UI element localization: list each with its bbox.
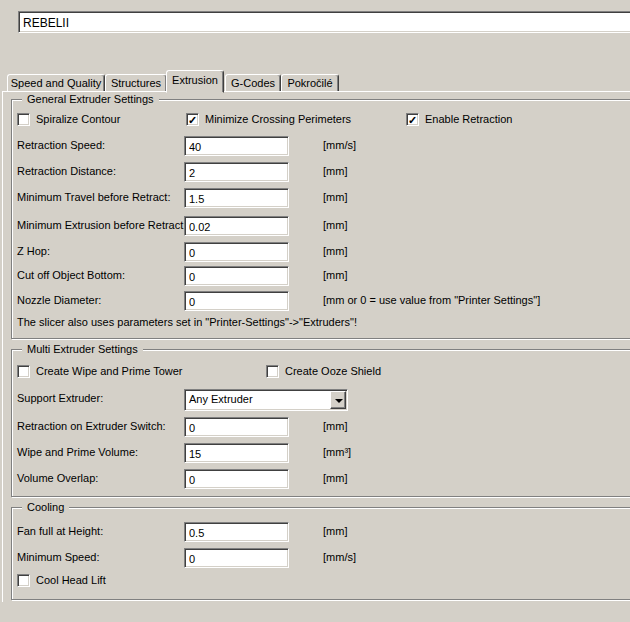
minimum-travel-before-retract-row: Minimum Travel before Retract: [mm] [12,188,630,208]
field-unit: [mm/s] [323,551,356,563]
support-extruder-select[interactable]: Any Extruder [184,389,348,411]
field-label: Retraction Speed: [17,139,187,151]
fan-full-at-height-row: Fan full at Height: [mm] [12,522,630,542]
checkbox-label: Spiralize Contour [36,113,120,125]
cut-off-object-bottom-row: Cut off Object Bottom: [mm] [12,266,630,286]
tab-g-codes[interactable]: G-Codes [225,74,281,92]
field-unit: [mm³] [323,446,351,458]
field-label: Retraction Distance: [17,165,187,177]
cool-head-lift-checkbox[interactable]: Cool Head Lift [17,573,106,587]
field-label: Minimum Travel before Retract: [17,191,187,203]
volume-overlap-row: Volume Overlap: [mm] [12,469,630,489]
wipe-and-prime-volume-input[interactable] [184,443,289,463]
tab-speed-and-quality[interactable]: Speed and Quality [7,74,105,92]
support-extruder-row: Support Extruder: Any Extruder [12,389,630,411]
create-wipe-and-prime-tower-checkbox[interactable]: Create Wipe and Prime Tower [17,364,183,378]
cooling-checkbox-row: Cool Head Lift [12,573,630,593]
checkbox-label: Cool Head Lift [36,574,106,586]
field-unit: [mm] [323,245,347,257]
field-unit: [mm or 0 = use value from "Printer Setti… [323,294,540,306]
group-title: Cooling [22,500,69,514]
retraction-speed-input[interactable] [184,136,289,156]
spiralize-contour-checkbox[interactable]: Spiralize Contour [17,112,120,126]
checkbox-mark: ✓ [186,113,199,126]
field-unit: [mm] [323,219,347,231]
field-unit: [mm] [323,472,347,484]
checkbox-mark [17,113,30,126]
field-label: Cut off Object Bottom: [17,269,187,281]
field-unit: [mm/s] [323,139,356,151]
minimum-extrusion-before-retract-row: Minimum Extrusion before Retract: [mm] [12,216,630,236]
field-unit: [mm] [323,165,347,177]
slicer-parameters-note: The slicer also uses parameters set in "… [17,316,357,328]
checkbox-label: Create Wipe and Prime Tower [36,365,183,377]
field-label: Minimum Speed: [17,551,187,563]
profile-name-input[interactable] [18,11,630,33]
general-checkbox-row: Spiralize Contour ✓Minimize Crossing Per… [12,112,630,132]
selected-option: Any Extruder [189,393,253,405]
wipe-and-prime-volume-row: Wipe and Prime Volume: [mm³] [12,443,630,463]
minimum-travel-before-retract-input[interactable] [184,188,289,208]
field-unit: [mm] [323,269,347,281]
field-label: Fan full at Height: [17,525,187,537]
group-title: Multi Extruder Settings [22,342,143,356]
retraction-on-extruder-switch-input[interactable] [184,417,289,437]
field-unit: [mm] [323,420,347,432]
checkbox-mark: ✓ [406,113,419,126]
tab-extrusion[interactable]: Extrusion [166,70,224,93]
checkbox-mark [17,574,30,587]
checkbox-mark [17,365,30,378]
field-label: Volume Overlap: [17,472,187,484]
field-label: Nozzle Diameter: [17,294,187,306]
retraction-distance-row: Retraction Distance: [mm] [12,162,630,182]
minimize-crossing-perimeters-checkbox[interactable]: ✓Minimize Crossing Perimeters [186,112,351,126]
field-label: Support Extruder: [17,392,187,404]
checkbox-mark [266,365,279,378]
fan-full-at-height-input[interactable] [184,522,289,542]
chevron-down-icon [335,399,343,403]
create-ooze-shield-checkbox[interactable]: Create Ooze Shield [266,364,381,378]
z-hop-row: Z Hop: [mm] [12,242,630,262]
nozzle-diameter-row: Nozzle Diameter: [mm or 0 = use value fr… [12,291,630,311]
volume-overlap-input[interactable] [184,469,289,489]
retraction-speed-row: Retraction Speed: [mm/s] [12,136,630,156]
field-unit: [mm] [323,525,347,537]
field-unit: [mm] [323,191,347,203]
tab-structures[interactable]: Structures [105,74,167,92]
tab-pokrocile[interactable]: Pokročilé [281,74,339,92]
dropdown-arrow-button[interactable] [330,391,346,409]
minimum-extrusion-before-retract-input[interactable] [184,216,289,236]
z-hop-input[interactable] [184,242,289,262]
cut-off-object-bottom-input[interactable] [184,266,289,286]
minimum-speed-row: Minimum Speed: [mm/s] [12,548,630,568]
field-label: Retraction on Extruder Switch: [17,420,187,432]
settings-dialog: Speed and Quality Structures Extrusion G… [0,0,630,622]
retraction-on-extruder-switch-row: Retraction on Extruder Switch: [mm] [12,417,630,437]
minimum-speed-input[interactable] [184,548,289,568]
general-extruder-settings-group: General Extruder Settings Spiralize Cont… [11,99,630,339]
field-label: Wipe and Prime Volume: [17,446,187,458]
checkbox-label: Minimize Crossing Perimeters [205,113,351,125]
multi-extruder-settings-group: Multi Extruder Settings Create Wipe and … [11,349,630,497]
checkbox-label: Create Ooze Shield [285,365,381,377]
retraction-distance-input[interactable] [184,162,289,182]
extrusion-tab-page: General Extruder Settings Spiralize Cont… [2,91,630,602]
field-label: Z Hop: [17,245,187,257]
enable-retraction-checkbox[interactable]: ✓Enable Retraction [406,112,512,126]
checkbox-label: Enable Retraction [425,113,512,125]
group-title: General Extruder Settings [22,92,159,106]
field-label: Minimum Extrusion before Retract: [17,219,187,231]
nozzle-diameter-input[interactable] [184,291,289,311]
multi-checkbox-row: Create Wipe and Prime Tower Create Ooze … [12,364,630,384]
cooling-group: Cooling Fan full at Height: [mm] Minimum… [11,507,630,600]
